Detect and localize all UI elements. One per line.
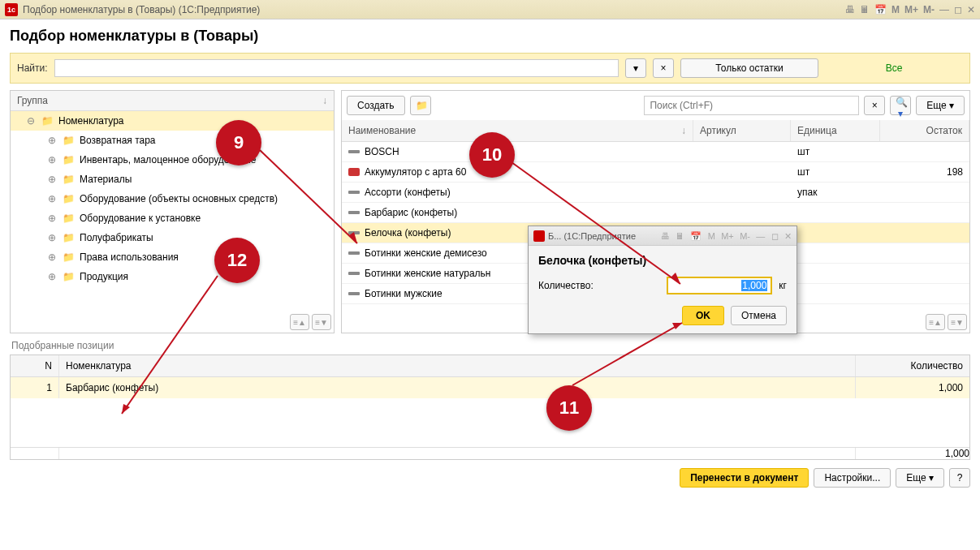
- picked-body[interactable]: 1Барбарис (конфеты)1,000: [11, 377, 969, 447]
- print-icon[interactable]: 🖶: [845, 4, 855, 15]
- app-icon: [533, 230, 545, 242]
- minimize-icon[interactable]: —: [939, 4, 949, 15]
- list-header: Наименование↓ Артикул Единица Остаток: [342, 120, 969, 142]
- ok-button[interactable]: OK: [682, 306, 724, 325]
- search-dropdown-button[interactable]: ▾: [625, 58, 646, 78]
- m-minus-button[interactable]: M-: [740, 231, 750, 241]
- list-more-button[interactable]: Еще ▾: [916, 96, 965, 115]
- m-button[interactable]: M: [708, 231, 715, 241]
- group-tree[interactable]: ⊖ 📁 Номенклатура ⊕📁Возвратная тара⊕📁Инве…: [11, 111, 334, 312]
- search-label: Найти:: [17, 62, 48, 74]
- item-icon: [348, 292, 360, 295]
- expand-icon[interactable]: ⊕: [46, 174, 58, 185]
- item-icon: [348, 272, 360, 275]
- maximize-icon[interactable]: ◻: [771, 231, 779, 241]
- m-plus-button[interactable]: M+: [721, 231, 734, 241]
- picked-section-label: Подобранные позиции: [11, 340, 970, 351]
- quantity-label: Количество:: [538, 280, 594, 291]
- tree-item[interactable]: ⊕📁Возвратная тара: [11, 131, 334, 150]
- all-button[interactable]: Все: [825, 58, 963, 78]
- calc-icon[interactable]: 🖩: [860, 4, 870, 15]
- list-row[interactable]: Аккумулятор с арта 60шт198: [342, 162, 969, 183]
- create-folder-button[interactable]: 📁: [410, 96, 431, 115]
- calendar-icon[interactable]: 📅: [874, 4, 887, 15]
- cancel-button[interactable]: Отмена: [731, 306, 787, 325]
- folder-icon: 📁: [63, 251, 75, 263]
- folder-icon: 📁: [63, 213, 75, 224]
- quantity-input[interactable]: 1,000: [667, 277, 772, 294]
- calendar-icon[interactable]: 📅: [690, 231, 702, 241]
- expand-icon[interactable]: ⊕: [46, 271, 58, 282]
- list-search-input[interactable]: [644, 96, 859, 115]
- print-icon[interactable]: 🖶: [661, 231, 670, 241]
- dialog-item-name: Белочка (конфеты): [538, 254, 787, 267]
- annotation-10: 10: [469, 132, 515, 178]
- expand-icon[interactable]: ⊕: [46, 232, 58, 243]
- dialog-title: Б... (1С:Предприятие: [548, 231, 658, 241]
- expand-icon[interactable]: ⊕: [46, 251, 58, 263]
- expand-icon[interactable]: ⊕: [46, 135, 58, 146]
- advanced-search-button[interactable]: 🔍▾: [890, 96, 911, 115]
- search-clear-button[interactable]: ×: [653, 58, 674, 78]
- tree-item[interactable]: ⊕📁Оборудование (объекты основных средств…: [11, 189, 334, 208]
- tree-item[interactable]: ⊕📁Продукция: [11, 267, 334, 286]
- item-icon: [348, 251, 360, 255]
- tree-item[interactable]: ⊕📁Оборудование к установке: [11, 208, 334, 228]
- create-button[interactable]: Создать: [347, 96, 405, 115]
- sort-icon[interactable]: ↓: [322, 95, 327, 106]
- folder-icon: 📁: [63, 174, 75, 185]
- expand-icon[interactable]: ⊕: [46, 213, 58, 224]
- tree-item[interactable]: ⊕📁Полуфабрикаты: [11, 228, 334, 247]
- list-row[interactable]: Ассорти (конфеты)упак: [342, 183, 969, 203]
- tree-item[interactable]: ⊕📁Права использования: [11, 247, 334, 267]
- annotation-9: 9: [216, 120, 261, 165]
- help-button[interactable]: ?: [949, 468, 970, 488]
- annotation-11: 11: [546, 385, 592, 431]
- tree-root[interactable]: ⊖ 📁 Номенклатура: [11, 111, 334, 131]
- only-stock-button[interactable]: Только остатки: [680, 58, 818, 78]
- maximize-icon[interactable]: ◻: [954, 4, 962, 15]
- expand-icon[interactable]: ⊕: [46, 154, 58, 165]
- page-title: Подбор номенклатуры в (Товары): [10, 28, 970, 45]
- close-icon[interactable]: ✕: [784, 231, 792, 241]
- list-search-clear[interactable]: ×: [864, 96, 885, 115]
- unit-label: кг: [779, 280, 787, 291]
- settings-button[interactable]: Настройки...: [814, 468, 891, 488]
- group-header[interactable]: Группа ↓: [11, 91, 334, 111]
- folder-icon: 📁: [63, 135, 75, 146]
- folder-icon: 📁: [63, 271, 75, 282]
- folder-icon: 📁: [63, 232, 75, 243]
- minimize-icon[interactable]: —: [756, 231, 765, 241]
- tree-item[interactable]: ⊕📁Инвентарь, малоценное оборудование: [11, 150, 334, 170]
- close-icon[interactable]: ✕: [967, 4, 975, 15]
- calc-icon[interactable]: 🖩: [676, 231, 684, 241]
- tree-item[interactable]: ⊕📁Материалы: [11, 170, 334, 189]
- annotation-12: 12: [214, 238, 260, 283]
- item-icon: [348, 168, 360, 176]
- m-button[interactable]: M: [891, 4, 900, 15]
- scroll-top-button[interactable]: ≡▲: [926, 314, 945, 330]
- quantity-dialog: Б... (1С:Предприятие 🖶 🖩 📅 M M+ M- — ◻ ✕…: [528, 226, 797, 334]
- list-row[interactable]: BOSCHшт: [342, 142, 969, 162]
- folder-icon: 📁: [63, 154, 75, 165]
- scroll-bottom-button[interactable]: ≡▼: [948, 314, 967, 330]
- item-icon: [348, 231, 360, 234]
- collapse-icon[interactable]: ⊖: [25, 115, 37, 127]
- transfer-button[interactable]: Перенести в документ: [680, 468, 809, 488]
- item-icon: [348, 191, 360, 194]
- picked-row[interactable]: 1Барбарис (конфеты)1,000: [11, 377, 969, 398]
- folder-icon: 📁: [63, 193, 75, 204]
- app-icon: 1c: [5, 3, 18, 16]
- picked-panel: N Номенклатура Количество 1Барбарис (кон…: [10, 354, 970, 460]
- bottom-more-button[interactable]: Еще ▾: [896, 468, 944, 488]
- scroll-top-button[interactable]: ≡▲: [290, 314, 309, 330]
- m-plus-button[interactable]: M+: [904, 4, 918, 15]
- search-bar: Найти: ▾ × Только остатки Все: [10, 53, 970, 84]
- list-row[interactable]: Барбарис (конфеты): [342, 203, 969, 223]
- search-input[interactable]: [54, 59, 619, 77]
- folder-icon: 📁: [41, 115, 54, 127]
- m-minus-button[interactable]: M-: [923, 4, 935, 15]
- window-title-bar: 1c Подбор номенклатуры в (Товары) (1С:Пр…: [0, 0, 980, 19]
- scroll-bottom-button[interactable]: ≡▼: [312, 314, 331, 330]
- expand-icon[interactable]: ⊕: [46, 193, 58, 204]
